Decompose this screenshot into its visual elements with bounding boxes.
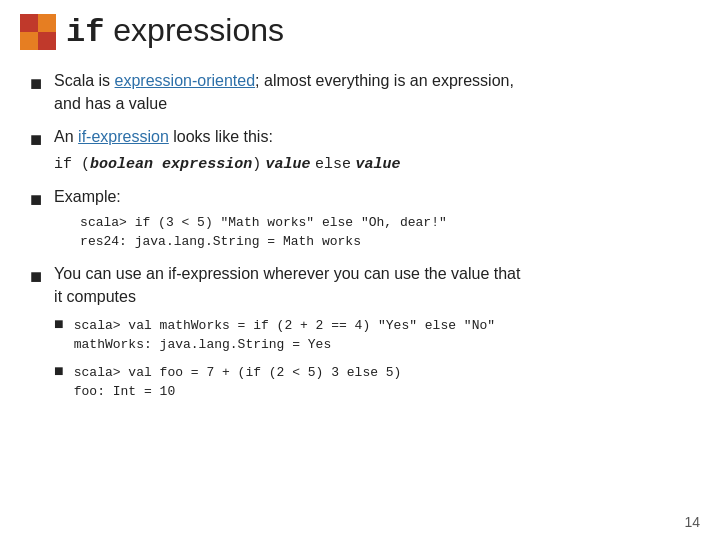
bullet3-code-line2: res24: java.lang.String = Math works [80, 232, 690, 252]
sub-bullet-dot-2: ■ [54, 359, 64, 383]
bullet-dot-1: ■ [30, 69, 42, 98]
sub-bullet-item-1: ■ scala> val mathWorks = if (2 + 2 == 4)… [54, 312, 690, 355]
sub-bullet-dot-1: ■ [54, 312, 64, 336]
page-title: if expressions [66, 12, 284, 51]
bullet2-code-close: ) [252, 156, 261, 173]
sub-bullet1-line1: scala> val mathWorks = if (2 + 2 == 4) "… [74, 316, 495, 336]
bullet4-text1: You can use an if-expression wherever yo… [54, 265, 520, 282]
sub-bullet2-code: scala> val foo = 7 + (if (2 < 5) 3 else … [74, 363, 402, 402]
main-bullet-list: ■ Scala is expression-oriented; almost e… [30, 69, 690, 406]
bullet-item-3: ■ Example: scala> if (3 < 5) "Math works… [30, 185, 690, 251]
bullet-item-1: ■ Scala is expression-oriented; almost e… [30, 69, 690, 115]
logo-icon [20, 14, 56, 50]
bullet2-link: if-expression [78, 128, 169, 145]
content-area: ■ Scala is expression-oriented; almost e… [0, 59, 720, 426]
bullet-item-2: ■ An if-expression looks like this: if (… [30, 125, 690, 175]
bullet-dot-4: ■ [30, 262, 42, 291]
bullet-text-3: Example: scala> if (3 < 5) "Math works" … [54, 185, 690, 251]
title-keyword: if [66, 14, 104, 51]
bullet3-label: Example: [54, 188, 121, 205]
sub-bullet-list: ■ scala> val mathWorks = if (2 + 2 == 4)… [54, 312, 690, 402]
bullet2-code-value2: value [356, 156, 401, 173]
bullet2-code-else: else [315, 156, 351, 173]
bullet-dot-2: ■ [30, 125, 42, 154]
bullet2-code-bool: boolean expression [90, 156, 252, 173]
sub-bullet-item-2: ■ scala> val foo = 7 + (if (2 < 5) 3 els… [54, 359, 690, 402]
bullet1-text-after: ; almost everything is an expression, [255, 72, 514, 89]
bullet1-text-before: Scala is [54, 72, 114, 89]
sub-bullet-text-1: scala> val mathWorks = if (2 + 2 == 4) "… [74, 312, 495, 355]
header: if expressions [0, 0, 720, 59]
bullet3-code-line1: scala> if (3 < 5) "Math works" else "Oh,… [80, 213, 690, 233]
bullet-text-2: An if-expression looks like this: if (bo… [54, 125, 690, 175]
bullet-dot-3: ■ [30, 185, 42, 214]
bullet1-link: expression-oriented [115, 72, 256, 89]
bullet-item-4: ■ You can use an if-expression wherever … [30, 262, 690, 406]
bullet2-text-before: An [54, 128, 78, 145]
sub-bullet2-line1: scala> val foo = 7 + (if (2 < 5) 3 else … [74, 363, 402, 383]
page-number: 14 [684, 514, 700, 530]
bullet2-code-keyword: if ( [54, 156, 90, 173]
sub-bullet-text-2: scala> val foo = 7 + (if (2 < 5) 3 else … [74, 359, 402, 402]
sub-bullet1-line2: mathWorks: java.lang.String = Yes [74, 335, 495, 355]
sub-bullet2-line2: foo: Int = 10 [74, 382, 402, 402]
title-rest: expressions [104, 12, 284, 48]
sub-bullet1-code: scala> val mathWorks = if (2 + 2 == 4) "… [74, 316, 495, 355]
bullet4-text2: it computes [54, 288, 136, 305]
bullet1-line2: and has a value [54, 95, 167, 112]
bullet2-text-after: looks like this: [169, 128, 273, 145]
bullet-text-4: You can use an if-expression wherever yo… [54, 262, 690, 406]
bullet-text-1: Scala is expression-oriented; almost eve… [54, 69, 690, 115]
bullet2-code-value1: value [266, 156, 311, 173]
bullet3-code-block: scala> if (3 < 5) "Math works" else "Oh,… [80, 213, 690, 252]
